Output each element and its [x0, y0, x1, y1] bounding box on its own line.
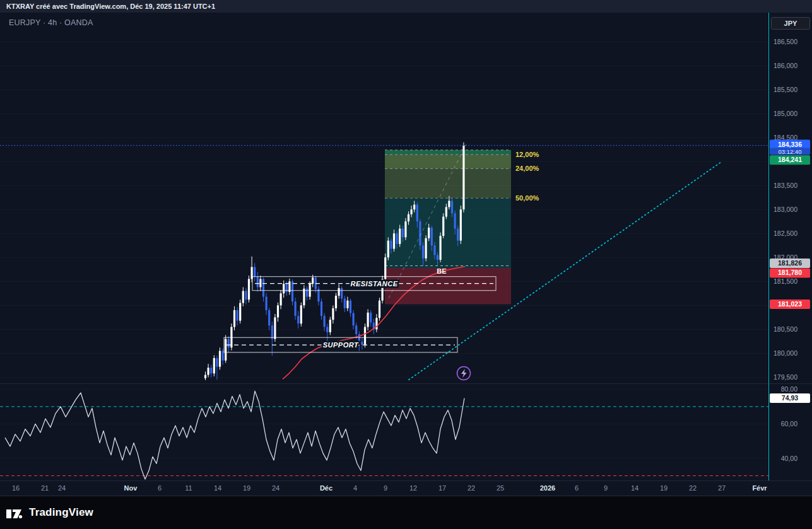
svg-text:19: 19	[660, 484, 668, 492]
svg-text:181,023: 181,023	[778, 300, 802, 308]
svg-text:22: 22	[689, 484, 697, 492]
svg-text:40,00: 40,00	[781, 455, 797, 462]
svg-text:Nov: Nov	[124, 484, 138, 492]
svg-text:14: 14	[214, 484, 221, 492]
support-zone[interactable]: SUPPORT	[224, 337, 457, 352]
svg-text:179,500: 179,500	[774, 373, 797, 381]
svg-text:BE: BE	[437, 267, 446, 275]
svg-text:184,241: 184,241	[778, 156, 802, 163]
svg-text:185,500: 185,500	[774, 86, 797, 93]
long-position-tool[interactable]	[385, 150, 511, 305]
lightning-icon[interactable]	[457, 367, 471, 380]
svg-text:181,500: 181,500	[774, 277, 797, 285]
grid-lines	[0, 42, 768, 458]
svg-text:2026: 2026	[540, 484, 555, 492]
svg-text:9: 9	[604, 484, 608, 492]
svg-text:4: 4	[353, 484, 357, 492]
svg-text:Déc: Déc	[320, 484, 332, 492]
rsi-indicator[interactable]	[0, 391, 768, 479]
svg-text:60,00: 60,00	[781, 420, 797, 427]
svg-text:181,826: 181,826	[778, 259, 802, 267]
support-zone-label: SUPPORT	[323, 341, 359, 349]
svg-text:183,500: 183,500	[774, 182, 797, 189]
svg-text:180,500: 180,500	[774, 325, 797, 333]
target-price-badge: 184,241	[770, 155, 810, 165]
svg-text:6: 6	[575, 484, 579, 492]
chart-canvas[interactable]: RESISTANCESUPPORTBE12,00%24,00%50,00%186…	[0, 13, 812, 496]
window-title-bar: KTXRAY créé avec TradingView.com, Déc 19…	[0, 0, 812, 13]
svg-text:74,93: 74,93	[782, 394, 798, 402]
currency-toggle-button[interactable]: JPY	[771, 17, 810, 30]
svg-text:12,00%: 12,00%	[515, 151, 539, 158]
resistance-zone-label: RESISTANCE	[350, 280, 397, 288]
svg-text:27: 27	[718, 484, 726, 492]
svg-text:22: 22	[468, 484, 475, 492]
svg-text:186,000: 186,000	[774, 62, 797, 69]
svg-text:24,00%: 24,00%	[515, 165, 539, 172]
breakeven-price-badge: 181,826	[770, 259, 810, 268]
svg-text:186,500: 186,500	[774, 38, 797, 45]
svg-text:12: 12	[409, 484, 417, 492]
svg-text:19: 19	[243, 484, 250, 492]
svg-text:16: 16	[12, 484, 20, 492]
svg-text:80,00: 80,00	[781, 385, 797, 393]
svg-text:9: 9	[384, 484, 387, 492]
svg-text:184,336: 184,336	[778, 141, 802, 148]
svg-text:21: 21	[41, 484, 49, 492]
time-axis[interactable]: 162124Nov611141924Déc4912172225202669141…	[12, 484, 767, 492]
tradingview-window: KTXRAY créé avec TradingView.com, Déc 19…	[0, 0, 812, 529]
svg-text:185,000: 185,000	[774, 110, 797, 117]
svg-text:181,780: 181,780	[778, 269, 802, 276]
svg-text:182,500: 182,500	[774, 230, 797, 237]
svg-text:03:12:40: 03:12:40	[779, 148, 802, 155]
svg-text:25: 25	[497, 484, 504, 492]
entry-price-badge: 181,780	[770, 268, 810, 277]
tradingview-logo-icon[interactable]	[6, 506, 23, 519]
svg-text:180,000: 180,000	[774, 349, 797, 357]
tradingview-logo-text[interactable]: TradingView	[29, 506, 93, 519]
svg-text:50,00%: 50,00%	[515, 194, 539, 202]
rsi-value-badge: 74,93	[770, 393, 810, 403]
svg-text:17: 17	[438, 484, 446, 492]
window-title: KTXRAY créé avec TradingView.com, Déc 19…	[6, 3, 215, 10]
svg-text:11: 11	[185, 484, 192, 492]
stop-price-badge: 181,023	[770, 299, 810, 309]
symbol-info[interactable]: EURJPY · 4h · OANDA	[9, 18, 93, 27]
svg-text:183,000: 183,000	[774, 206, 797, 213]
svg-text:24: 24	[272, 484, 279, 492]
svg-text:14: 14	[631, 484, 638, 492]
svg-text:6: 6	[158, 484, 162, 492]
svg-text:24: 24	[58, 484, 66, 492]
footer-bar: TradingView	[0, 496, 812, 529]
price-axis[interactable]: 186,500186,000185,500185,000184,500184,0…	[770, 38, 810, 462]
svg-text:Févr: Févr	[752, 484, 767, 492]
current-price-badge: 184,33603:12:40	[770, 140, 810, 155]
